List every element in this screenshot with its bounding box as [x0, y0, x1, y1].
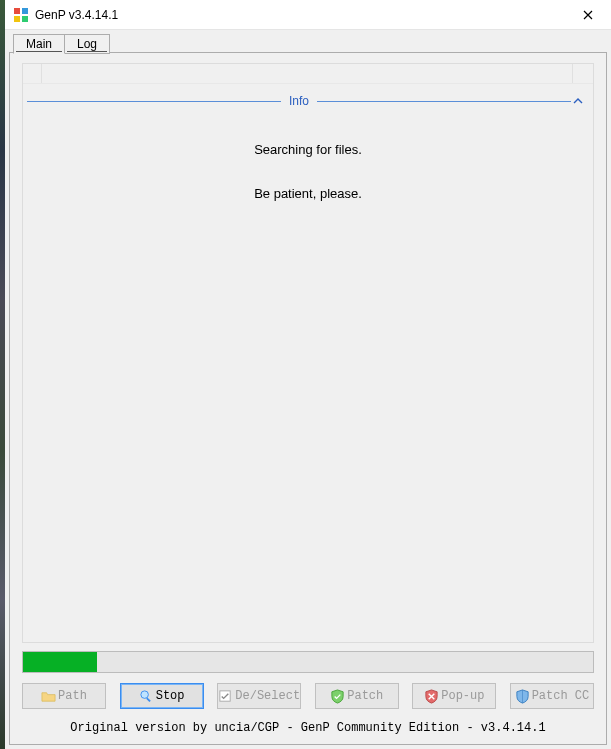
- stop-button[interactable]: Stop: [120, 683, 204, 709]
- progress-bar: [22, 651, 594, 673]
- button-label: Path: [58, 689, 87, 703]
- popup-button: Pop-up: [412, 683, 496, 709]
- titlebar: GenP v3.4.14.1: [5, 0, 611, 30]
- svg-rect-1: [22, 8, 28, 14]
- shield-blue-icon: [515, 689, 530, 704]
- folder-icon: [41, 689, 56, 704]
- info-divider[interactable]: Info: [27, 92, 589, 110]
- button-label: Pop-up: [441, 689, 484, 703]
- divider-line: [27, 101, 281, 102]
- file-list-panel: Info Searching for files. Be patient, pl…: [22, 63, 594, 643]
- button-label: Patch: [347, 689, 383, 703]
- svg-rect-2: [14, 16, 20, 22]
- footer-text: Original version by uncia/CGP - GenP Com…: [10, 721, 606, 735]
- patch-button: Patch: [315, 683, 399, 709]
- shield-x-icon: [424, 689, 439, 704]
- list-header: [23, 64, 593, 84]
- tab-label: Log: [77, 37, 97, 51]
- checkbox-icon: [218, 689, 233, 704]
- tab-main[interactable]: Main: [13, 34, 65, 54]
- svg-rect-0: [14, 8, 20, 14]
- divider-line: [317, 101, 571, 102]
- button-label: Stop: [156, 689, 185, 703]
- button-label: De/Select: [235, 689, 300, 703]
- chevron-up-icon[interactable]: [571, 94, 589, 108]
- app-icon: [13, 7, 29, 23]
- search-stop-icon: [139, 689, 154, 704]
- tab-label: Main: [26, 37, 52, 51]
- close-button[interactable]: [565, 0, 611, 30]
- svg-rect-3: [22, 16, 28, 22]
- svg-rect-5: [146, 697, 151, 702]
- patchcc-button: Patch CC: [510, 683, 594, 709]
- tab-page-main: Info Searching for files. Be patient, pl…: [9, 52, 607, 745]
- close-icon: [583, 6, 593, 23]
- deselect-button: De/Select: [217, 683, 301, 709]
- status-line-2: Be patient, please.: [23, 186, 593, 201]
- info-heading: Info: [281, 94, 317, 108]
- progress-fill: [23, 652, 97, 672]
- path-button: Path: [22, 683, 106, 709]
- client-area: Main Log Info Searching for files. Be pa…: [5, 30, 611, 749]
- button-label: Patch CC: [532, 689, 590, 703]
- tab-log[interactable]: Log: [64, 34, 110, 54]
- tab-strip: Main Log: [13, 34, 109, 54]
- svg-point-4: [141, 690, 149, 698]
- button-row: Path Stop De/Select Patch: [22, 683, 594, 711]
- window-title: GenP v3.4.14.1: [35, 8, 118, 22]
- status-line-1: Searching for files.: [23, 142, 593, 157]
- shield-check-icon: [330, 689, 345, 704]
